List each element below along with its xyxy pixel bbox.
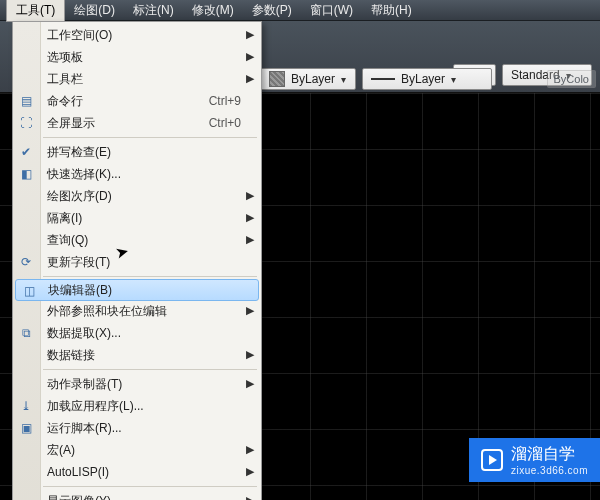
submenu-arrow-icon: ▶	[246, 304, 254, 317]
blockeditor-icon: ◫	[21, 283, 37, 299]
mi-commandline[interactable]: ▤ 命令行 Ctrl+9	[13, 90, 261, 112]
quickselect-icon: ◧	[18, 166, 34, 182]
mi-workspace[interactable]: 工作空间(O) ▶	[13, 24, 261, 46]
watermark-title: 溜溜自学	[511, 444, 588, 465]
mi-loadapp[interactable]: ⤓ 加载应用程序(L)...	[13, 395, 261, 417]
menu-parameters[interactable]: 参数(P)	[243, 0, 301, 21]
submenu-arrow-icon: ▶	[246, 72, 254, 85]
menu-draw[interactable]: 绘图(D)	[65, 0, 124, 21]
submenu-arrow-icon: ▶	[246, 189, 254, 202]
watermark-badge: 溜溜自学 zixue.3d66.com	[469, 438, 600, 482]
bycolor-label[interactable]: ByColo	[547, 70, 596, 88]
mi-inquiry[interactable]: 查询(Q) ▶	[13, 229, 261, 251]
mi-displayimage[interactable]: 显示图像(Y) ▶	[13, 490, 261, 500]
mi-datalink[interactable]: 数据链接 ▶	[13, 344, 261, 366]
submenu-arrow-icon: ▶	[246, 28, 254, 41]
submenu-arrow-icon: ▶	[246, 443, 254, 456]
mi-palettes[interactable]: 选项板 ▶	[13, 46, 261, 68]
bylayer-label-2: ByLayer	[401, 72, 445, 86]
submenu-arrow-icon: ▶	[246, 233, 254, 246]
dataextract-icon: ⧉	[18, 325, 34, 341]
spellcheck-icon: ✔	[18, 144, 34, 160]
mi-quickselect[interactable]: ◧ 快速选择(K)...	[13, 163, 261, 185]
menu-modify[interactable]: 修改(M)	[183, 0, 243, 21]
loadapp-icon: ⤓	[18, 398, 34, 414]
submenu-arrow-icon: ▶	[246, 348, 254, 361]
submenu-arrow-icon: ▶	[246, 494, 254, 500]
bylayer-dropdown-2[interactable]: ByLayer ▾	[362, 68, 492, 90]
menubar: 工具(T) 绘图(D) 标注(N) 修改(M) 参数(P) 窗口(W) 帮助(H…	[0, 0, 600, 21]
menu-separator	[43, 369, 257, 370]
mi-actionrecorder[interactable]: 动作录制器(T) ▶	[13, 373, 261, 395]
line-icon	[371, 78, 395, 80]
mi-macros[interactable]: 宏(A) ▶	[13, 439, 261, 461]
mi-updatefields[interactable]: ⟳ 更新字段(T)	[13, 251, 261, 273]
mi-blockeditor[interactable]: ◫ 块编辑器(B)	[15, 279, 259, 301]
mi-runscript[interactable]: ▣ 运行脚本(R)...	[13, 417, 261, 439]
menu-separator	[43, 137, 257, 138]
menu-separator	[43, 486, 257, 487]
mi-xref-inplace[interactable]: 外部参照和块在位编辑 ▶	[13, 300, 261, 322]
menu-annotate[interactable]: 标注(N)	[124, 0, 183, 21]
mi-spellcheck[interactable]: ✔ 拼写检查(E)	[13, 141, 261, 163]
mi-dataextract[interactable]: ⧉ 数据提取(X)...	[13, 322, 261, 344]
submenu-arrow-icon: ▶	[246, 465, 254, 478]
runscript-icon: ▣	[18, 420, 34, 436]
mi-isolate[interactable]: 隔离(I) ▶	[13, 207, 261, 229]
menu-help[interactable]: 帮助(H)	[362, 0, 421, 21]
terminal-icon: ▤	[18, 93, 34, 109]
menu-window[interactable]: 窗口(W)	[301, 0, 362, 21]
mi-fullscreen[interactable]: ⛶ 全屏显示 Ctrl+0	[13, 112, 261, 134]
submenu-arrow-icon: ▶	[246, 211, 254, 224]
chevron-down-icon: ▾	[451, 74, 456, 85]
updatefield-icon: ⟳	[18, 254, 34, 270]
submenu-arrow-icon: ▶	[246, 377, 254, 390]
play-icon	[481, 449, 503, 471]
mi-autolisp[interactable]: AutoLISP(I) ▶	[13, 461, 261, 483]
menu-separator	[43, 276, 257, 277]
layer-swatch-icon	[269, 71, 285, 87]
mi-toolbars[interactable]: 工具栏 ▶	[13, 68, 261, 90]
bylayer-dropdown-1[interactable]: ByLayer ▾	[260, 68, 356, 90]
bylayer-label: ByLayer	[291, 72, 335, 86]
watermark-subtitle: zixue.3d66.com	[511, 465, 588, 476]
tools-menu: 工作空间(O) ▶ 选项板 ▶ 工具栏 ▶ ▤ 命令行 Ctrl+9 ⛶ 全屏显…	[12, 21, 262, 500]
mi-draworder[interactable]: 绘图次序(D) ▶	[13, 185, 261, 207]
submenu-arrow-icon: ▶	[246, 50, 254, 63]
chevron-down-icon: ▾	[341, 74, 346, 85]
fullscreen-icon: ⛶	[18, 115, 34, 131]
menu-tools[interactable]: 工具(T)	[6, 0, 65, 22]
